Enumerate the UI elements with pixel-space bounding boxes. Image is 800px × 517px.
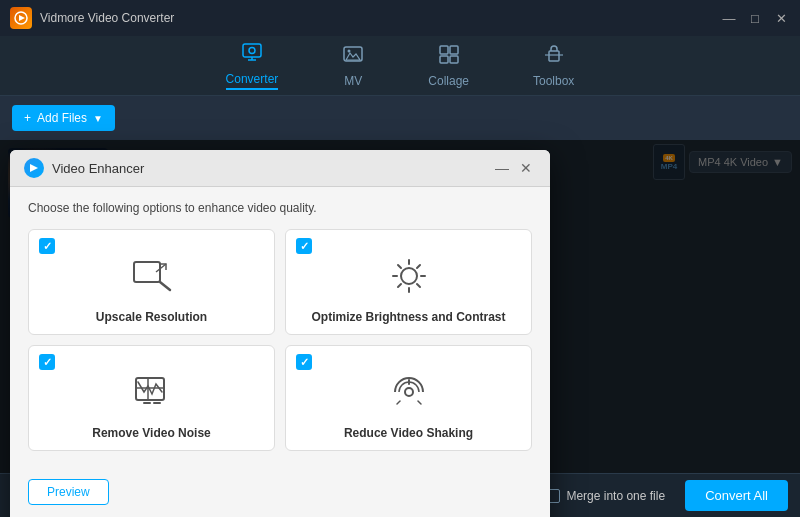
modal-minimize-btn[interactable]: —	[492, 158, 512, 178]
modal-footer: Apply to All → Save Cancel	[10, 513, 550, 517]
svg-marker-1	[19, 15, 25, 21]
brightness-label: Optimize Brightness and Contrast	[311, 310, 505, 324]
app-logo	[10, 7, 32, 29]
modal-body: Choose the following options to enhance …	[10, 187, 550, 479]
title-bar-left: Vidmore Video Converter	[10, 7, 174, 29]
option-card-shaking[interactable]: Reduce Video Shaking	[285, 345, 532, 451]
svg-point-3	[249, 48, 255, 54]
svg-line-25	[398, 284, 401, 287]
upscale-label: Upscale Resolution	[96, 310, 207, 324]
nav-tab-converter[interactable]: Converter	[214, 37, 291, 94]
modal-header: Video Enhancer — ✕	[10, 150, 550, 187]
title-close-btn[interactable]: ✕	[772, 9, 790, 27]
nav-tab-toolbox[interactable]: Toolbox	[521, 39, 586, 92]
modal-overlay: Video Enhancer — ✕ Choose the following …	[0, 140, 800, 473]
nav-bar: Converter MV Collage	[0, 36, 800, 96]
nav-tab-toolbox-label: Toolbox	[533, 74, 574, 88]
nav-tab-collage-label: Collage	[428, 74, 469, 88]
modal-title: Video Enhancer	[52, 161, 144, 176]
nav-tab-mv-label: MV	[344, 74, 362, 88]
modal-description: Choose the following options to enhance …	[28, 201, 532, 215]
modal-preview-row: Preview	[10, 479, 550, 513]
svg-rect-9	[450, 46, 458, 54]
toolbar-row: + Add Files ▼	[0, 96, 800, 140]
converter-icon	[241, 41, 263, 68]
main-area: → 4K MP4 MP4 4K Video ▼ Video	[0, 140, 800, 473]
svg-rect-2	[243, 44, 261, 57]
merge-label: Merge into one file	[566, 489, 665, 503]
noise-label: Remove Video Noise	[92, 426, 211, 440]
options-grid: Upscale Resolution	[28, 229, 532, 451]
brightness-icon	[383, 250, 435, 302]
svg-point-17	[401, 268, 417, 284]
add-icon: +	[24, 111, 31, 125]
shaking-icon	[383, 366, 435, 418]
add-files-label: Add Files	[37, 111, 87, 125]
nav-tab-converter-label: Converter	[226, 72, 279, 90]
svg-point-31	[405, 388, 413, 396]
option-card-noise[interactable]: Remove Video Noise	[28, 345, 275, 451]
mv-icon	[342, 43, 364, 70]
svg-rect-8	[440, 46, 448, 54]
toolbox-icon	[543, 43, 565, 70]
upscale-icon	[126, 250, 178, 302]
title-maximize-btn[interactable]: □	[746, 9, 764, 27]
add-files-button[interactable]: + Add Files ▼	[12, 105, 115, 131]
app-title: Vidmore Video Converter	[40, 11, 174, 25]
shaking-checkbox[interactable]	[296, 354, 312, 370]
svg-line-22	[398, 265, 401, 268]
nav-tab-mv[interactable]: MV	[330, 39, 376, 92]
modal-icon	[24, 158, 44, 178]
title-minimize-btn[interactable]: —	[720, 9, 738, 27]
brightness-checkbox[interactable]	[296, 238, 312, 254]
title-bar-controls: — □ ✕	[720, 9, 790, 27]
noise-icon	[126, 366, 178, 418]
modal-header-controls: — ✕	[492, 158, 536, 178]
svg-line-24	[417, 265, 420, 268]
collage-icon	[438, 43, 460, 70]
noise-checkbox[interactable]	[39, 354, 55, 370]
convert-all-button[interactable]: Convert All	[685, 480, 788, 511]
nav-tab-collage[interactable]: Collage	[416, 39, 481, 92]
svg-line-34	[418, 401, 421, 404]
svg-line-15	[160, 282, 170, 290]
svg-line-23	[417, 284, 420, 287]
merge-checkbox-area: Merge into one file	[546, 489, 665, 503]
preview-button[interactable]: Preview	[28, 479, 109, 505]
upscale-checkbox[interactable]	[39, 238, 55, 254]
option-card-brightness[interactable]: Optimize Brightness and Contrast	[285, 229, 532, 335]
video-enhancer-modal: Video Enhancer — ✕ Choose the following …	[10, 150, 550, 517]
title-bar: Vidmore Video Converter — □ ✕	[0, 0, 800, 36]
svg-rect-10	[440, 56, 448, 63]
shaking-label: Reduce Video Shaking	[344, 426, 473, 440]
svg-rect-12	[549, 51, 559, 61]
modal-header-left: Video Enhancer	[24, 158, 144, 178]
modal-close-btn[interactable]: ✕	[516, 158, 536, 178]
svg-line-33	[397, 401, 400, 404]
option-card-upscale[interactable]: Upscale Resolution	[28, 229, 275, 335]
add-files-arrow-icon: ▼	[93, 113, 103, 124]
svg-point-7	[348, 50, 351, 53]
svg-rect-11	[450, 56, 458, 63]
